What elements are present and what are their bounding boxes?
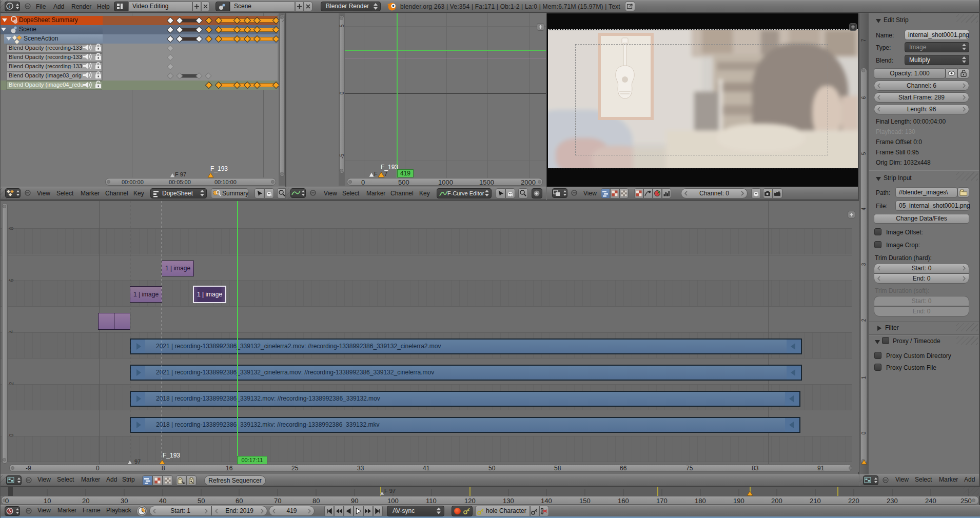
svg-text:i: i [9, 4, 11, 9]
